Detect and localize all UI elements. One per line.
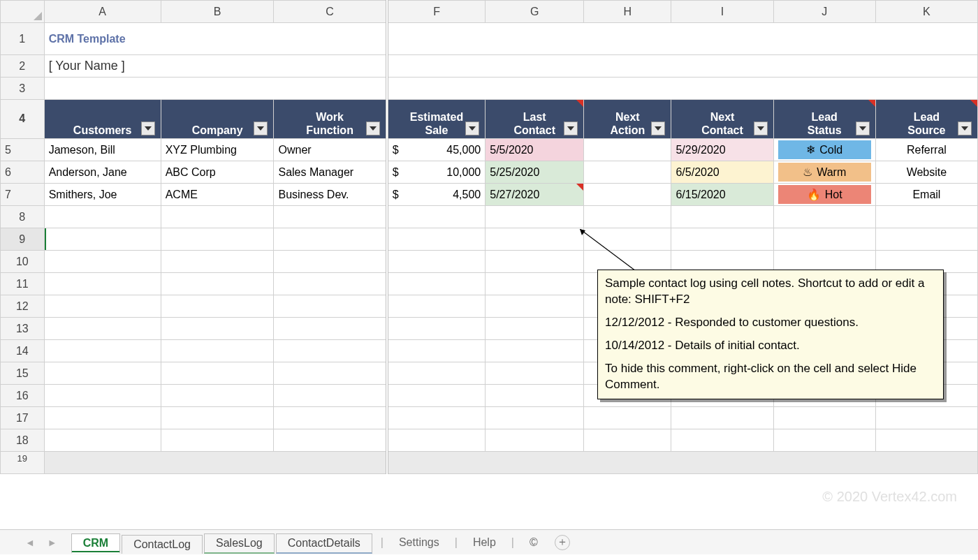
sheet-tab-contactlog[interactable]: ContactLog (122, 535, 203, 554)
cell-lead-status[interactable]: ❄Cold (773, 139, 875, 161)
cell-lead-source[interactable]: Email (875, 184, 977, 206)
cell-function[interactable]: Business Dev. (274, 184, 387, 206)
row-15[interactable]: 15 (1, 362, 45, 385)
hdr-lead-status[interactable]: LeadStatus (773, 100, 875, 139)
select-all-corner[interactable] (1, 1, 45, 23)
col-H[interactable]: H (584, 1, 671, 23)
filter-next-contact[interactable] (754, 121, 768, 135)
cell-customer[interactable]: Smithers, Joe (44, 184, 161, 206)
cell-last-contact[interactable]: 5/27/2020 (486, 184, 584, 206)
cell-lead-status[interactable]: 🔥Hot (773, 184, 875, 206)
table-row[interactable]: 6Anderson, JaneABC CorpSales Manager$10,… (1, 161, 978, 184)
row-16[interactable]: 16 (1, 385, 45, 407)
sheet-nav-arrows[interactable]: ◄ ► (21, 537, 71, 548)
row-17[interactable]: 17 (1, 407, 45, 429)
cell-estimated-sale[interactable]: $45,000 (387, 139, 486, 161)
table-header-row: 4 Customers Company WorkFunction Estimat… (1, 100, 978, 139)
hdr-next-action[interactable]: NextAction (584, 100, 671, 139)
row-11[interactable]: 11 (1, 273, 45, 295)
col-B[interactable]: B (161, 1, 274, 23)
worksheet-grid[interactable]: A B C F G H I J K 1 CRM Template 2 [ You… (0, 0, 978, 474)
spreadsheet-app: A B C F G H I J K 1 CRM Template 2 [ You… (0, 0, 978, 560)
cell-function[interactable]: Sales Manager (274, 161, 387, 184)
status-icon: ❄ (806, 143, 815, 156)
hdr-lead-source[interactable]: LeadSource (875, 100, 977, 139)
row-8[interactable]: 8 (1, 206, 45, 228)
row-6[interactable]: 6 (1, 161, 45, 184)
cell-next-contact[interactable]: 6/5/2020 (671, 161, 773, 184)
filter-work-function[interactable] (366, 121, 380, 135)
nav-next-icon[interactable]: ► (48, 537, 57, 548)
cell-company[interactable]: ACME (161, 184, 274, 206)
hdr-customers[interactable]: Customers (44, 100, 161, 139)
col-K[interactable]: K (875, 1, 977, 23)
col-F[interactable]: F (387, 1, 486, 23)
hdr-next-contact[interactable]: NextContact (671, 100, 773, 139)
cell-company[interactable]: ABC Corp (161, 161, 274, 184)
cell-next-action[interactable] (584, 139, 671, 161)
row-14[interactable]: 14 (1, 340, 45, 362)
table-row[interactable]: 5Jameson, BillXYZ PlumbingOwner$45,0005/… (1, 139, 978, 161)
filter-lead-status[interactable] (856, 121, 870, 135)
cell-function[interactable]: Owner (274, 139, 387, 161)
row-13[interactable]: 13 (1, 318, 45, 340)
hdr-company[interactable]: Company (161, 100, 274, 139)
row-12[interactable]: 12 (1, 295, 45, 318)
col-C[interactable]: C (274, 1, 387, 23)
filter-customers[interactable] (141, 121, 155, 135)
table-row[interactable]: 7Smithers, JoeACMEBusiness Dev.$4,5005/2… (1, 184, 978, 206)
cell-comment-popup: Sample contact log using cell notes. Sho… (597, 270, 944, 399)
cell-estimated-sale[interactable]: $10,000 (387, 161, 486, 184)
cell-next-action[interactable] (584, 184, 671, 206)
filter-company[interactable] (254, 121, 268, 135)
cell-last-contact[interactable]: 5/25/2020 (486, 161, 584, 184)
filter-estimated-sale[interactable] (465, 121, 479, 135)
col-I[interactable]: I (671, 1, 773, 23)
page-title[interactable]: CRM Template (44, 23, 387, 55)
cell-company[interactable]: XYZ Plumbing (161, 139, 274, 161)
row-9[interactable]: 9 (1, 228, 45, 251)
add-sheet-button[interactable]: ＋ (555, 535, 570, 550)
col-J[interactable]: J (773, 1, 875, 23)
row-4[interactable]: 4 (1, 100, 45, 139)
cell-estimated-sale[interactable]: $4,500 (387, 184, 486, 206)
sheet-tab-saleslog[interactable]: SalesLog (204, 533, 275, 554)
sheet-tab-settings[interactable]: Settings (391, 533, 448, 552)
nav-prev-icon[interactable]: ◄ (25, 537, 35, 548)
filter-lead-source[interactable] (958, 121, 972, 135)
filter-next-action[interactable] (651, 121, 665, 135)
subtitle-cell[interactable]: [ Your Name ] (44, 55, 387, 78)
cell-lead-source[interactable]: Referral (875, 139, 977, 161)
row-2[interactable]: 2 (1, 55, 45, 78)
column-header-row: A B C F G H I J K (1, 1, 978, 23)
row-1[interactable]: 1 (1, 23, 45, 55)
hdr-last-contact[interactable]: LastContact (486, 100, 584, 139)
col-G[interactable]: G (486, 1, 584, 23)
col-A[interactable]: A (44, 1, 161, 23)
cell-next-action[interactable] (584, 161, 671, 184)
svg-line-0 (580, 229, 636, 271)
cell-lead-source[interactable]: Website (875, 161, 977, 184)
cell-lead-status[interactable]: ♨Warm (773, 161, 875, 184)
sheet-tab-bar: ◄ ► CRMContactLogSalesLogContactDetails … (0, 529, 978, 554)
row-5[interactable]: 5 (1, 139, 45, 161)
row-19[interactable]: 19 (1, 452, 45, 474)
cell-last-contact[interactable]: 5/5/2020 (486, 139, 584, 161)
hdr-estimated-sale[interactable]: EstimatedSale (387, 100, 486, 139)
cell-next-contact[interactable]: 5/29/2020 (671, 139, 773, 161)
row-7[interactable]: 7 (1, 184, 45, 206)
cell-customer[interactable]: Anderson, Jane (44, 161, 161, 184)
cell-next-contact[interactable]: 6/15/2020 (671, 184, 773, 206)
sheet-tab-crm[interactable]: CRM (71, 533, 120, 554)
cell-customer[interactable]: Jameson, Bill (44, 139, 161, 161)
sheet-tab-©[interactable]: © (521, 533, 546, 552)
row-3[interactable]: 3 (1, 78, 45, 100)
row-10[interactable]: 10 (1, 251, 45, 273)
sheet-tab-help[interactable]: Help (465, 533, 504, 552)
status-icon: ♨ (803, 165, 812, 179)
sheet-tab-contactdetails[interactable]: ContactDetails (276, 533, 372, 554)
hdr-work-function[interactable]: WorkFunction (274, 100, 387, 139)
filter-last-contact[interactable] (564, 121, 578, 135)
row-18[interactable]: 18 (1, 429, 45, 452)
status-icon: 🔥 (807, 188, 821, 201)
